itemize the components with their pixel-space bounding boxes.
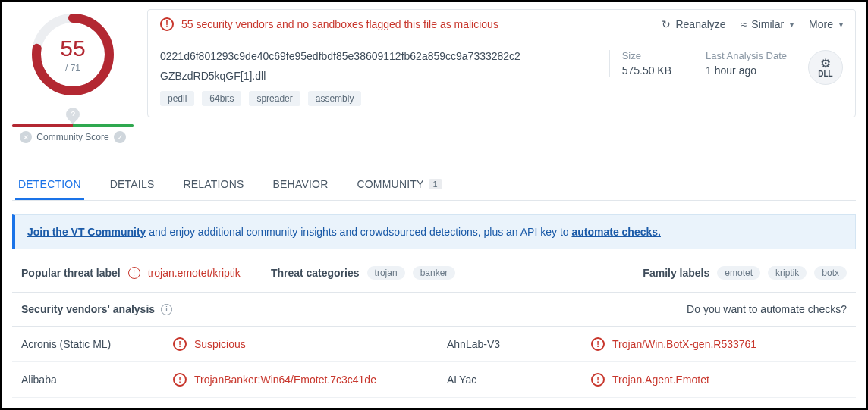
alert-icon: ! [591,337,605,351]
vendor-name: AhnLab-V3 [438,327,582,362]
tag[interactable]: 64bits [202,91,241,106]
vendors-header: Security vendors' analysis i Do you want… [12,293,856,327]
more-button[interactable]: More [809,18,843,30]
file-name: GZBzdRD5kqGF[1].dll [160,70,591,82]
similar-button[interactable]: ≈ Similar [741,18,794,30]
tab-badge: 1 [429,179,442,189]
automate-prompt[interactable]: Do you want to automate checks? [687,303,847,315]
check-icon: ✓ [114,131,126,143]
popular-threat-label: Popular threat label [21,267,121,279]
vendors-table: Acronis (Static ML) !Suspicious AhnLab-V… [12,327,856,398]
family-labels-label: Family labels [643,267,709,279]
tab-detection[interactable]: DETECTION [15,171,84,200]
tag[interactable]: spreader [249,91,300,106]
tag[interactable]: assembly [308,91,362,106]
join-community-link[interactable]: Join the VT Community [27,226,146,238]
vendors-title: Security vendors' analysis [21,303,155,315]
analysis-date-label: Last Analysis Date [706,50,787,61]
score-gauge: 55 / 71 [27,9,118,100]
info-icon[interactable]: i [161,304,172,315]
flag-message: 55 security vendors and no sandboxes fla… [181,18,498,30]
threat-categories-label: Threat categories [271,267,360,279]
file-tags: pedll 64bits spreader assembly [160,91,591,106]
alert-icon: ! [591,373,605,387]
category-tag[interactable]: banker [413,266,456,280]
family-tag[interactable]: botx [814,266,847,280]
community-banner: Join the VT Community and enjoy addition… [12,214,856,249]
tab-details[interactable]: DETAILS [107,171,158,200]
file-hash: 0221d6f801293c9de40c69fe95edfbdf85e38609… [160,50,591,62]
analysis-date-value: 1 hour ago [706,64,787,77]
alert-icon: ! [173,337,187,351]
vendor-name: Alibaba [12,362,164,398]
tab-behavior[interactable]: BEHAVIOR [270,171,332,200]
tabs: DETECTION DETAILS RELATIONS BEHAVIOR COM… [12,171,856,201]
tab-relations[interactable]: RELATIONS [180,171,247,200]
score-value: 55 [60,36,85,61]
vendor-result: !Trojan.Agent.Emotet [582,362,856,398]
threat-summary: Popular threat label ! trojan.emotet/kri… [12,254,856,293]
alert-icon: ! [128,267,140,279]
file-summary-panel: ! 55 security vendors and no sandboxes f… [147,9,856,117]
reanalyze-button[interactable]: ↻ Reanalyze [662,18,725,30]
alert-icon: ! [160,17,174,31]
gear-icon: ⚙ [820,58,831,70]
vendor-result: !Trojan/Win.BotX-gen.R533761 [582,327,856,362]
refresh-icon: ↻ [662,18,671,30]
score-panel: 55 / 71 ✕ Community Score ✓ [12,9,134,143]
vendor-result: !Suspicious [164,327,438,362]
alert-icon: ! [173,373,187,387]
community-score-label: Community Score [36,132,108,142]
score-total: / 71 [65,63,80,74]
vendor-result: !TrojanBanker:Win64/Emotet.7c3c41de [164,362,438,398]
close-icon: ✕ [20,131,32,143]
family-tag[interactable]: kriptik [768,266,807,280]
vendor-name: ALYac [438,362,582,398]
category-tag[interactable]: trojan [367,266,405,280]
help-pin-icon [63,105,82,124]
size-label: Size [622,50,671,61]
tag[interactable]: pedll [160,91,194,106]
automate-checks-link[interactable]: automate checks. [571,226,661,238]
community-score-meter [12,108,134,127]
size-value: 575.50 KB [622,64,671,77]
file-type-icon: ⚙ DLL [808,50,843,85]
popular-threat-value[interactable]: trojan.emotet/kriptik [148,267,241,279]
vendor-name: Acronis (Static ML) [12,327,164,362]
family-tag[interactable]: emotet [717,266,760,280]
tab-community[interactable]: COMMUNITY1 [354,171,445,200]
similar-icon: ≈ [741,18,747,30]
